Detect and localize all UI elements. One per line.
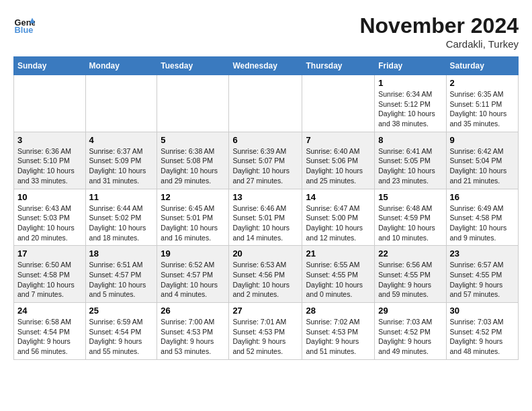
day-number: 7 [306,135,371,145]
cell-info: Sunrise: 6:49 AM [450,203,515,214]
cell-info: Daylight: 10 hours and 0 minutes. [306,280,371,300]
col-header-sunday: Sunday [14,57,86,75]
cell-info: Sunrise: 7:00 AM [161,317,225,327]
cell-info: Sunset: 5:05 PM [378,156,442,166]
col-header-wednesday: Wednesday [229,57,302,75]
day-cell [302,75,375,132]
cell-info: Sunrise: 7:03 AM [378,317,442,327]
page-header: General Blue November 2024 Cardakli, Tur… [13,13,519,50]
cell-info: Sunrise: 7:03 AM [450,317,515,327]
day-number: 21 [306,248,371,259]
day-cell: 19Sunrise: 6:52 AMSunset: 4:57 PMDayligh… [157,246,229,303]
cell-info: Sunset: 4:55 PM [378,270,442,280]
day-cell [157,75,229,132]
day-number: 28 [306,306,371,316]
cell-info: Sunrise: 6:51 AM [89,260,154,270]
day-cell: 27Sunrise: 7:01 AMSunset: 4:53 PMDayligh… [229,303,302,360]
cell-info: Sunrise: 6:53 AM [232,260,298,270]
cell-info: Daylight: 10 hours and 35 minutes. [450,109,515,128]
cell-info: Sunset: 4:55 PM [306,270,371,280]
cell-info: Sunset: 4:53 PM [232,327,298,337]
cell-info: Sunrise: 6:47 AM [306,203,371,214]
day-cell: 14Sunrise: 6:47 AMSunset: 5:00 PMDayligh… [302,189,375,246]
cell-info: Daylight: 9 hours and 56 minutes. [17,336,82,356]
day-cell: 8Sunrise: 6:41 AMSunset: 5:05 PMDaylight… [375,132,446,189]
day-cell: 4Sunrise: 6:37 AMSunset: 5:09 PMDaylight… [85,132,157,189]
day-cell: 28Sunrise: 7:02 AMSunset: 4:53 PMDayligh… [302,303,375,360]
cell-info: Sunset: 5:10 PM [17,156,82,166]
cell-info: Sunset: 5:06 PM [306,156,371,166]
day-cell: 22Sunrise: 6:56 AMSunset: 4:55 PMDayligh… [375,246,446,303]
cell-info: Sunrise: 6:40 AM [306,146,371,156]
cell-info: Sunrise: 6:45 AM [161,203,225,214]
day-number: 8 [378,135,442,145]
cell-info: Sunset: 5:07 PM [232,156,298,166]
calendar-header: SundayMondayTuesdayWednesdayThursdayFrid… [14,57,519,75]
cell-info: Sunset: 4:52 PM [450,327,515,337]
day-number: 25 [89,306,154,316]
week-row-4: 17Sunrise: 6:50 AMSunset: 4:58 PMDayligh… [14,246,519,303]
cell-info: Sunrise: 6:44 AM [89,203,154,214]
day-number: 5 [161,135,225,145]
day-cell: 2Sunrise: 6:35 AMSunset: 5:11 PMDaylight… [446,75,519,132]
cell-info: Daylight: 10 hours and 29 minutes. [161,166,225,185]
day-cell: 11Sunrise: 6:44 AMSunset: 5:02 PMDayligh… [85,189,157,246]
day-number: 2 [450,78,515,88]
cell-info: Daylight: 9 hours and 59 minutes. [378,280,442,300]
month-title: November 2024 [359,13,519,38]
day-number: 3 [17,135,82,145]
cell-info: Daylight: 10 hours and 31 minutes. [89,166,154,185]
cell-info: Daylight: 10 hours and 14 minutes. [232,223,298,242]
cell-info: Sunrise: 6:58 AM [17,317,82,327]
logo: General Blue [13,13,35,35]
cell-info: Daylight: 9 hours and 53 minutes. [161,336,225,356]
cell-info: Daylight: 10 hours and 21 minutes. [450,166,515,185]
day-cell: 9Sunrise: 6:42 AMSunset: 5:04 PMDaylight… [446,132,519,189]
day-number: 9 [450,135,515,145]
cell-info: Sunset: 5:00 PM [306,213,371,223]
cell-info: Sunrise: 7:01 AM [232,317,298,327]
day-number: 10 [17,192,82,202]
calendar-table: SundayMondayTuesdayWednesdayThursdayFrid… [13,56,519,360]
day-cell: 29Sunrise: 7:03 AMSunset: 4:52 PMDayligh… [375,303,446,360]
day-number: 30 [450,306,515,316]
header-row: SundayMondayTuesdayWednesdayThursdayFrid… [14,57,519,75]
day-number: 19 [161,248,225,259]
day-cell: 16Sunrise: 6:49 AMSunset: 4:58 PMDayligh… [446,189,519,246]
cell-info: Daylight: 10 hours and 20 minutes. [17,223,82,242]
day-number: 15 [378,192,442,202]
cell-info: Sunrise: 6:59 AM [89,317,154,327]
cell-info: Sunrise: 6:36 AM [17,146,82,156]
week-row-2: 3Sunrise: 6:36 AMSunset: 5:10 PMDaylight… [14,132,519,189]
col-header-saturday: Saturday [446,57,519,75]
cell-info: Sunset: 5:08 PM [161,156,225,166]
col-header-monday: Monday [85,57,157,75]
cell-info: Sunset: 5:04 PM [450,156,515,166]
day-cell: 6Sunrise: 6:39 AMSunset: 5:07 PMDaylight… [229,132,302,189]
day-cell: 21Sunrise: 6:55 AMSunset: 4:55 PMDayligh… [302,246,375,303]
cell-info: Sunset: 4:59 PM [378,213,442,223]
cell-info: Daylight: 10 hours and 25 minutes. [306,166,371,185]
cell-info: Daylight: 10 hours and 16 minutes. [161,223,225,242]
cell-info: Daylight: 9 hours and 48 minutes. [450,336,515,356]
cell-info: Daylight: 10 hours and 10 minutes. [378,223,442,242]
location: Cardakli, Turkey [359,38,519,50]
col-header-thursday: Thursday [302,57,375,75]
cell-info: Daylight: 10 hours and 7 minutes. [17,280,82,300]
day-cell [229,75,302,132]
cell-info: Sunrise: 6:34 AM [378,89,442,99]
cell-info: Sunset: 4:58 PM [450,213,515,223]
day-number: 11 [89,192,154,202]
cell-info: Sunrise: 6:46 AM [232,203,298,214]
day-cell: 24Sunrise: 6:58 AMSunset: 4:54 PMDayligh… [14,303,86,360]
cell-info: Sunset: 4:55 PM [450,270,515,280]
cell-info: Daylight: 9 hours and 57 minutes. [450,280,515,300]
cell-info: Daylight: 10 hours and 5 minutes. [89,280,154,300]
cell-info: Sunset: 4:54 PM [89,327,154,337]
day-cell: 5Sunrise: 6:38 AMSunset: 5:08 PMDaylight… [157,132,229,189]
cell-info: Sunset: 4:57 PM [161,270,225,280]
cell-info: Daylight: 9 hours and 52 minutes. [232,336,298,356]
week-row-5: 24Sunrise: 6:58 AMSunset: 4:54 PMDayligh… [14,303,519,360]
cell-info: Daylight: 10 hours and 18 minutes. [89,223,154,242]
cell-info: Daylight: 10 hours and 38 minutes. [378,109,442,128]
